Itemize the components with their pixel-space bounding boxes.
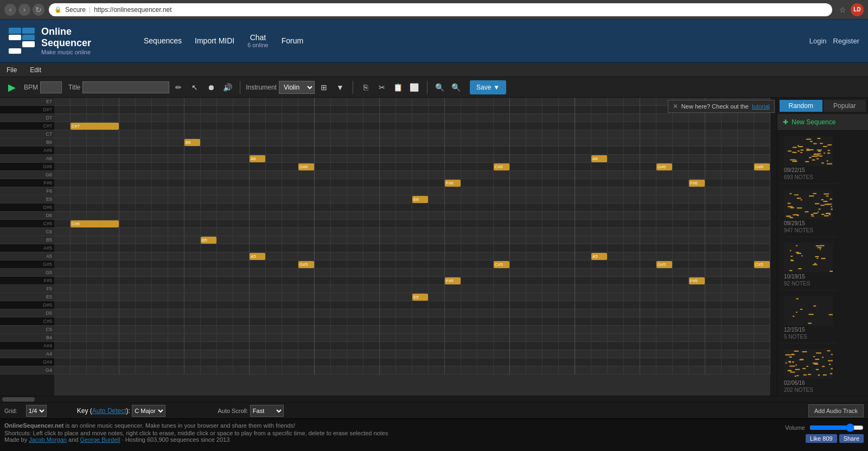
grid-cell[interactable] — [119, 236, 136, 244]
grid-cell[interactable] — [380, 350, 396, 358]
grid-cell[interactable] — [461, 358, 477, 366]
grid-cell[interactable] — [380, 252, 396, 261]
piano-key[interactable]: C#5 — [0, 317, 54, 326]
grid-cell[interactable] — [217, 326, 233, 334]
grid-cell[interactable] — [184, 269, 201, 277]
grid-cell[interactable] — [429, 138, 445, 147]
grid-cell[interactable] — [298, 277, 315, 285]
grid-cell[interactable] — [168, 236, 184, 244]
grid-cell[interactable] — [559, 236, 575, 244]
grid-cell[interactable] — [201, 98, 217, 106]
grid-cell[interactable] — [494, 358, 510, 366]
grid-cell[interactable] — [298, 228, 315, 236]
grid-cell[interactable] — [233, 163, 250, 171]
grid-cell[interactable] — [461, 350, 477, 358]
grid-cell[interactable] — [608, 342, 624, 350]
grid-cell[interactable] — [87, 147, 103, 155]
grid-cell[interactable] — [54, 334, 71, 342]
grid-cell[interactable] — [331, 317, 347, 326]
grid-cell[interactable] — [363, 285, 380, 293]
grid-row[interactable] — [54, 334, 770, 342]
grid-cell[interactable] — [412, 317, 429, 326]
grid-row[interactable] — [54, 342, 770, 350]
grid-cell[interactable] — [689, 285, 705, 293]
grid-cell[interactable] — [396, 261, 412, 269]
grid-cell[interactable] — [54, 187, 71, 195]
grid-cell[interactable] — [738, 212, 754, 220]
grid-cell[interactable] — [152, 106, 168, 114]
grid-cell[interactable] — [461, 195, 477, 204]
grid-cell[interactable] — [201, 285, 217, 293]
grid-cell[interactable] — [591, 317, 608, 326]
grid-row[interactable] — [54, 98, 770, 106]
grid-cell[interactable] — [429, 220, 445, 228]
grid-cell[interactable] — [461, 114, 477, 122]
grid-cell[interactable] — [429, 212, 445, 220]
grid-cell[interactable] — [494, 171, 510, 179]
piano-key[interactable]: A#6 — [0, 147, 54, 155]
grid-cell[interactable] — [608, 122, 624, 130]
grid-cell[interactable] — [542, 138, 559, 147]
grid-cell[interactable] — [640, 326, 656, 334]
grid-cell[interactable] — [494, 114, 510, 122]
grid-cell[interactable] — [429, 277, 445, 285]
grid-cell[interactable] — [71, 269, 87, 277]
grid-cell[interactable] — [689, 236, 705, 244]
grid-cell[interactable] — [705, 277, 722, 285]
grid-cell[interactable] — [559, 220, 575, 228]
grid-cell[interactable] — [526, 366, 542, 374]
grid-cell[interactable] — [282, 277, 298, 285]
grid-cell[interactable] — [722, 130, 738, 138]
nav-import-midi[interactable]: Import MIDI — [195, 36, 234, 45]
grid-row[interactable] — [54, 358, 770, 366]
grid-cell[interactable] — [54, 171, 71, 179]
grid-cell[interactable] — [298, 220, 315, 228]
grid-cell[interactable] — [656, 155, 673, 163]
grid-cell[interactable] — [396, 252, 412, 261]
grid-cell[interactable] — [119, 269, 136, 277]
note-block[interactable]: F#6 — [445, 180, 461, 187]
grid-cell[interactable] — [282, 285, 298, 293]
grid-cell[interactable] — [363, 269, 380, 277]
grid-cell[interactable] — [494, 179, 510, 187]
grid-cell[interactable] — [184, 301, 201, 309]
zoom-out-tool[interactable]: 🔍 — [433, 80, 447, 94]
grid-cell[interactable] — [71, 204, 87, 212]
piano-key[interactable]: F#6 — [0, 179, 54, 187]
grid-cell[interactable] — [754, 228, 770, 236]
volume-tool[interactable]: 🔊 — [220, 80, 234, 94]
grid-cell[interactable] — [136, 236, 152, 244]
grid-cell[interactable] — [119, 155, 136, 163]
grid-cell[interactable] — [722, 334, 738, 342]
grid-cell[interactable] — [54, 252, 71, 261]
grid-cell[interactable] — [754, 317, 770, 326]
grid-cell[interactable] — [461, 317, 477, 326]
grid-cell[interactable] — [412, 301, 429, 309]
grid-row[interactable] — [54, 106, 770, 114]
grid-cell[interactable] — [689, 366, 705, 374]
piano-key[interactable]: F5 — [0, 285, 54, 293]
grid-cell[interactable] — [608, 261, 624, 269]
grid-cell[interactable] — [347, 309, 363, 317]
grid-cell[interactable] — [705, 171, 722, 179]
grid-cell[interactable] — [201, 252, 217, 261]
grid-cell[interactable] — [315, 277, 331, 285]
grid-cell[interactable] — [477, 236, 494, 244]
grid-cell[interactable] — [347, 236, 363, 244]
grid-row[interactable] — [54, 147, 770, 155]
grid-cell[interactable] — [380, 212, 396, 220]
grid-cell[interactable] — [282, 228, 298, 236]
grid-cell[interactable] — [396, 195, 412, 204]
grid-cell[interactable] — [363, 317, 380, 326]
grid-cell[interactable] — [429, 228, 445, 236]
grid-cell[interactable] — [282, 269, 298, 277]
grid-cell[interactable] — [542, 98, 559, 106]
grid-cell[interactable] — [689, 342, 705, 350]
grid-cell[interactable] — [168, 130, 184, 138]
grid-cell[interactable] — [363, 98, 380, 106]
grid-cell[interactable] — [363, 358, 380, 366]
grid-cell[interactable] — [71, 187, 87, 195]
grid-cell[interactable] — [217, 244, 233, 252]
grid-cell[interactable] — [119, 244, 136, 252]
grid-cell[interactable] — [494, 309, 510, 317]
